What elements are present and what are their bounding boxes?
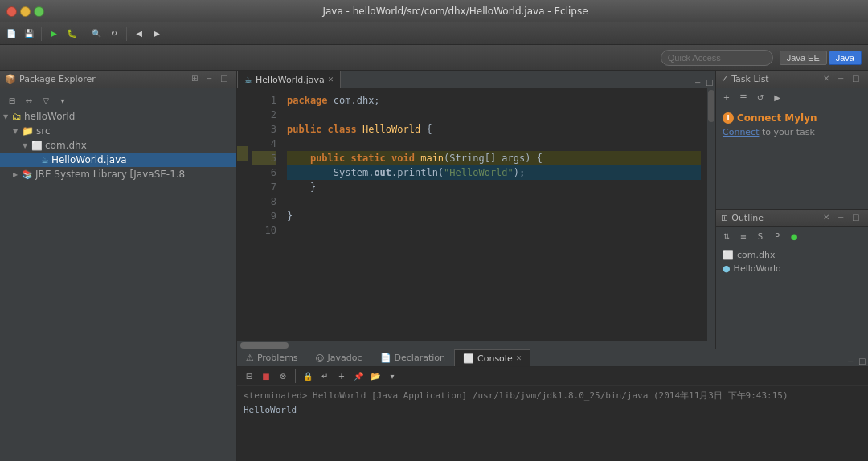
tree-item-helloworld-java[interactable]: ☕ HelloWorld.java — [0, 153, 236, 167]
editor-tab-helloworld[interactable]: ☕ HelloWorld.java ✕ — [237, 71, 341, 88]
console-max-icon[interactable]: □ — [857, 355, 868, 366]
next-button[interactable]: ▶ — [149, 26, 165, 42]
outline-max-icon[interactable]: □ — [852, 213, 863, 224]
package-outline-icon: ⬜ — [723, 250, 734, 260]
quick-access-input[interactable] — [661, 50, 773, 66]
tree-item-com-dhx[interactable]: ▼ ⬜ com.dhx — [0, 138, 236, 153]
console-output-area: <terminated> HelloWorld [Java Applicatio… — [237, 386, 868, 421]
console-toolbar: ⊟ ■ ⊗ 🔒 ↵ + 📌 📂 ▾ — [237, 367, 868, 386]
search-button[interactable]: 🔍 — [88, 26, 104, 42]
debug-button[interactable]: 🐛 — [63, 26, 80, 42]
console-scroll-lock-button[interactable]: 🔒 — [301, 369, 315, 383]
scrollbar-thumb-h[interactable] — [240, 342, 289, 349]
task-list-min-icon[interactable]: − — [837, 74, 849, 85]
outline-item-package[interactable]: ⬜ com.dhx — [719, 248, 865, 262]
editor-vertical-scrollbar[interactable] — [707, 88, 715, 341]
console-word-wrap-button[interactable]: ↵ — [317, 369, 332, 383]
tree-item-src[interactable]: ▼ 📁 src — [0, 124, 236, 138]
toolbar-separator-3 — [126, 27, 127, 41]
task-sync-button[interactable]: ↺ — [753, 90, 768, 104]
outline-hide-static-button[interactable]: S — [753, 229, 768, 243]
explorer-menu-button[interactable]: ▾ — [55, 93, 70, 108]
minimize-panel-icon[interactable]: − — [206, 74, 217, 85]
new-task-button[interactable]: + — [719, 90, 734, 104]
jre-label: JRE System Library [JavaSE-1.8 — [35, 169, 185, 180]
code-editor[interactable]: 1 2 3 4 5 6 7 8 9 10 package com.dhx; — [237, 88, 715, 341]
code-line-9: } — [287, 209, 701, 223]
tab-javadoc-label: Javadoc — [328, 353, 362, 363]
console-menu-button[interactable]: ▾ — [385, 369, 399, 383]
console-hello-output: HelloWorld — [244, 403, 862, 418]
close-button[interactable] — [6, 6, 17, 17]
code-line-8 — [287, 194, 701, 209]
center-right-area: ☕ HelloWorld.java ✕ − □ — [237, 71, 868, 461]
console-min-icon[interactable]: − — [845, 355, 857, 366]
tab-console[interactable]: ⬜ Console ✕ — [454, 349, 530, 366]
java-file-label: HelloWorld.java — [51, 154, 127, 165]
jre-icon: 📚 — [22, 169, 33, 180]
console-close-icon[interactable]: ✕ — [516, 354, 522, 362]
maximize-button[interactable] — [34, 6, 44, 17]
editor-minimize-icon[interactable]: − — [693, 76, 704, 88]
editor-maximize-icon[interactable]: □ — [704, 76, 715, 88]
task-list-header: ✓ Task List ✕ − □ — [716, 71, 868, 88]
outline-header: ⊞ Outline ✕ − □ — [716, 210, 868, 227]
console-open-file-button[interactable]: 📂 — [368, 369, 383, 383]
perspective-javaee-button[interactable]: Java EE — [780, 51, 827, 65]
refresh-button[interactable]: ↻ — [106, 26, 122, 42]
outline-hide-nonpublic-button[interactable]: P — [770, 229, 784, 243]
editor-tab-bar: ☕ HelloWorld.java ✕ − □ — [237, 71, 715, 88]
java-file-icon: ☕ — [41, 155, 49, 165]
code-line-1: package com.dhx; — [287, 93, 701, 108]
line-numbers: 1 2 3 4 5 6 7 8 9 10 — [248, 88, 280, 341]
outline-toolbar: ⇅ ≡ S P ● — [716, 227, 868, 245]
bottom-panel: ⚠ Problems @ Javadoc 📄 Declaration ⬜ Con… — [237, 349, 868, 461]
outline-sort-button[interactable]: ⇅ — [719, 229, 734, 243]
collapse-all-button[interactable]: ⊟ — [5, 93, 19, 108]
tab-problems-label: Problems — [257, 353, 298, 363]
tab-close-icon[interactable]: ✕ — [328, 75, 334, 84]
console-clear-button[interactable]: ⊟ — [242, 369, 256, 383]
connect-desc: to your task — [762, 127, 815, 137]
link-with-editor-button[interactable]: ↔ — [22, 93, 36, 108]
outline-min-icon[interactable]: − — [837, 213, 849, 224]
tab-declaration[interactable]: 📄 Declaration — [371, 349, 454, 366]
minimize-button[interactable] — [20, 6, 31, 17]
run-button[interactable]: ▶ — [46, 26, 62, 42]
task-list-max-icon[interactable]: □ — [852, 74, 863, 85]
tab-problems[interactable]: ⚠ Problems — [237, 349, 307, 366]
outline-close-icon[interactable]: ✕ — [823, 213, 834, 224]
folder-icon: 📁 — [22, 125, 34, 137]
task-activate-button[interactable]: ▶ — [770, 90, 784, 104]
editor-and-right: ☕ HelloWorld.java ✕ − □ — [237, 71, 868, 349]
console-disconnect-button[interactable]: ⊗ — [276, 369, 290, 383]
outline-item-class[interactable]: ● HelloWorld — [719, 262, 865, 275]
package-explorer-menu-icon[interactable]: ⊞ — [191, 74, 203, 85]
maximize-panel-icon[interactable]: □ — [220, 74, 231, 85]
new-button[interactable]: 📄 — [3, 26, 19, 42]
project-icon: 🗂 — [12, 111, 22, 122]
marker-8 — [237, 190, 248, 204]
outline-hide-fields-button[interactable]: ≡ — [736, 229, 751, 243]
explorer-filter-button[interactable]: ▽ — [39, 93, 53, 108]
editor-horizontal-scrollbar[interactable] — [237, 341, 715, 349]
tree-item-helloworld[interactable]: ▼ 🗂 helloWorld — [0, 109, 236, 124]
console-new-button[interactable]: + — [334, 369, 349, 383]
console-stop-button[interactable]: ■ — [259, 369, 273, 383]
task-filter-button[interactable]: ☰ — [736, 90, 751, 104]
marker-9 — [237, 204, 248, 218]
task-list-section: ✓ Task List ✕ − □ + ☰ ↺ ▶ i — [716, 71, 868, 210]
prev-button[interactable]: ◀ — [131, 26, 147, 42]
save-button[interactable]: 💾 — [21, 26, 37, 42]
outline-sync-button[interactable]: ● — [787, 229, 801, 243]
task-list-close-icon[interactable]: ✕ — [823, 74, 834, 85]
tab-javadoc[interactable]: @ Javadoc — [307, 349, 371, 366]
marker-6 — [237, 161, 248, 175]
console-pin-button[interactable]: 📌 — [351, 369, 366, 383]
scrollbar-thumb-v[interactable] — [708, 90, 714, 122]
connect-link[interactable]: Connect — [723, 127, 759, 137]
window-controls[interactable] — [6, 6, 44, 17]
perspective-java-button[interactable]: Java — [829, 51, 862, 65]
code-content[interactable]: package com.dhx; public class HelloWorld… — [280, 88, 707, 341]
tree-item-jre[interactable]: ▶ 📚 JRE System Library [JavaSE-1.8 — [0, 167, 236, 182]
